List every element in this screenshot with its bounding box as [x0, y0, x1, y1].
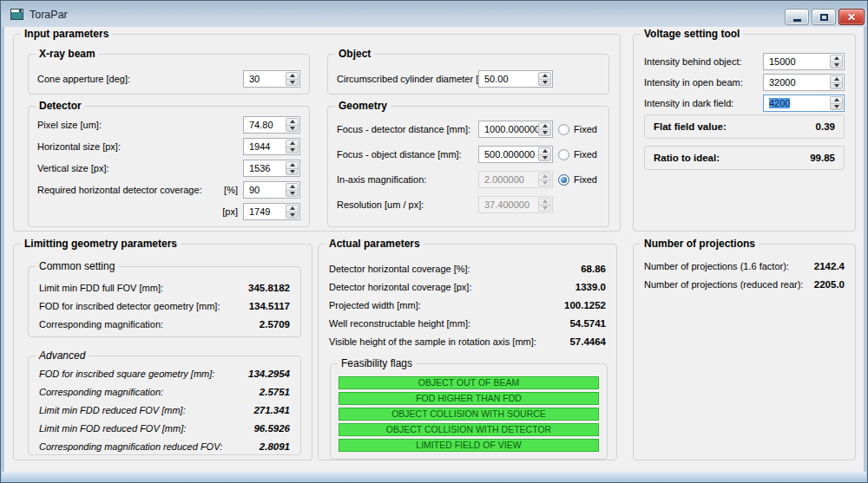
vertical-size-label: Vertical size [px]:	[37, 163, 243, 173]
spin-up-icon[interactable]	[286, 206, 298, 212]
intensity-open-beam-label: Intensity in open beam:	[644, 77, 763, 88]
projections-reduced-value: 2205.0	[814, 279, 845, 290]
resolution-input[interactable]: 37.400000	[478, 196, 553, 213]
fixed-radio-label: Fixed	[574, 124, 597, 134]
window-title: ToraPar	[30, 9, 68, 21]
spin-up-icon[interactable]	[539, 173, 550, 180]
px-unit-label: [px]	[222, 206, 238, 217]
spin-down-icon[interactable]	[286, 212, 298, 219]
spin-up-icon[interactable]	[831, 97, 842, 104]
value-row: Number of projections (1.6 factor): 2142…	[634, 257, 855, 275]
window-bottom-border	[2, 472, 866, 481]
close-button[interactable]: ✕	[838, 9, 865, 25]
fdd-fixed-radio[interactable]	[558, 124, 569, 135]
fod-input[interactable]: 500.000000	[478, 146, 553, 163]
spin-down-icon[interactable]	[286, 169, 298, 175]
spin-down-icon[interactable]	[831, 83, 842, 89]
spin-down-icon[interactable]	[286, 191, 298, 197]
fdd-input[interactable]: 1000.000000	[478, 121, 553, 138]
spin-up-icon[interactable]	[539, 148, 550, 155]
group-title: Common setting	[36, 260, 118, 273]
group-input-parameters: Input parameters X-ray beam Cone appertu…	[13, 34, 621, 232]
maximize-button[interactable]	[812, 9, 836, 25]
selected-text[interactable]: 4200	[769, 98, 790, 108]
spin-down-icon[interactable]	[539, 80, 550, 86]
spin-down-icon[interactable]	[831, 104, 842, 110]
spin-up-icon[interactable]	[286, 73, 298, 80]
group-title: Object	[335, 48, 374, 61]
cylinder-diameter-input[interactable]: 50.00	[478, 70, 553, 88]
group-actual-parameters: Actual parameters Detector horizontal co…	[318, 244, 617, 460]
group-object: Object Circumscribed cylinder diameter […	[327, 54, 609, 95]
limit-fdd-full-fov-value: 345.8182	[248, 283, 290, 293]
coverage-pct-value: 68.86	[581, 264, 606, 274]
percent-unit-label: [%]	[224, 185, 238, 195]
group-title: X-ray beam	[36, 48, 99, 61]
projected-width-value: 100.1252	[564, 300, 606, 310]
fixed-radio-label: Fixed	[574, 149, 597, 160]
spin-down-icon[interactable]	[539, 180, 550, 186]
spin-up-icon[interactable]	[286, 184, 298, 191]
required-coverage-pct-input[interactable]: 90	[243, 181, 300, 199]
fod-inscribed-detector-label: FOD for inscribed detector geometry [mm]…	[39, 301, 220, 311]
ratio-to-ideal-value: 99.85	[810, 153, 835, 163]
spin-up-icon[interactable]	[286, 119, 298, 126]
minimize-button[interactable]	[785, 9, 809, 25]
magnification-label: In-axis magnification:	[337, 174, 478, 185]
close-icon: ✕	[839, 11, 864, 23]
field-row: Horizontal size [px]: 1944	[29, 138, 309, 155]
cone-aperture-input[interactable]: 30	[243, 70, 300, 88]
spin-down-icon[interactable]	[286, 80, 298, 86]
fixed-radio-label: Fixed	[574, 174, 597, 185]
group-title: Detector	[36, 100, 85, 113]
spin-down-icon[interactable]	[539, 130, 550, 136]
pixel-size-input[interactable]: 74.80	[243, 116, 300, 134]
intensity-open-beam-input[interactable]: 32000	[763, 74, 845, 91]
limit-fdd-reduced-fov-label: Limit min FDD reduced FOV [mm]:	[39, 405, 186, 415]
vertical-size-input[interactable]: 1536	[243, 160, 300, 177]
value-row: FOD for inscribed square geometry [mm]: …	[29, 364, 300, 382]
titlebar[interactable]: ToraPar ✕	[2, 2, 866, 27]
value-row: Corresponding magnification: 2.5709	[29, 315, 300, 333]
corresponding-magnification-reduced-value: 2.8091	[260, 441, 290, 452]
horizontal-size-label: Horizontal size [px]:	[37, 141, 243, 152]
flat-field-panel: Flat field value: 0.39	[644, 114, 845, 139]
spin-down-icon[interactable]	[286, 126, 298, 132]
field-row: Required horizontal detector coverage: […	[29, 181, 309, 199]
intensity-behind-object-input[interactable]: 15000	[763, 53, 845, 70]
resolution-label: Resolution [um / px]:	[337, 199, 478, 210]
magnification-input[interactable]: 2.000000	[478, 171, 553, 188]
spin-up-icon[interactable]	[539, 123, 550, 130]
group-common-setting: Common setting Limit min FDD full FOV [m…	[28, 266, 301, 337]
feasibility-flag: FOD HIGHER THAN FDD	[339, 392, 599, 405]
magnification-fixed-radio[interactable]	[558, 174, 569, 186]
corresponding-magnification2-label: Corresponding magnification:	[39, 387, 163, 397]
spin-up-icon[interactable]	[539, 73, 550, 80]
value-row: Limit min FOD reduced FOV [mm]: 96.5926	[29, 419, 300, 437]
spin-down-icon[interactable]	[539, 155, 550, 161]
fod-fixed-radio[interactable]	[558, 149, 569, 160]
spin-up-icon[interactable]	[831, 55, 842, 62]
value-row: Corresponding magnification: 2.5751	[29, 382, 300, 401]
group-title: Advanced	[36, 349, 89, 362]
spin-down-icon[interactable]	[286, 147, 298, 153]
spin-up-icon[interactable]	[286, 140, 298, 147]
spin-up-icon[interactable]	[831, 76, 842, 83]
spin-up-icon[interactable]	[539, 199, 550, 206]
visible-height-label: Visible height of the sample in rotation…	[329, 336, 536, 347]
value-row: Limit min FDD reduced FOV [mm]: 271.341	[29, 401, 300, 419]
horizontal-size-input[interactable]: 1944	[243, 138, 300, 155]
spin-down-icon[interactable]	[831, 62, 842, 69]
group-title: Feasibility flags	[338, 357, 416, 370]
field-row: Focus - object distance [mm]: 500.000000…	[328, 146, 608, 163]
group-title: Input parameters	[21, 28, 112, 41]
intensity-dark-field-input[interactable]: 4200	[763, 95, 845, 112]
feasibility-flag: LIMITED FIELD OF VIEW	[339, 439, 599, 452]
spin-up-icon[interactable]	[286, 162, 298, 169]
required-coverage-px-input[interactable]: 1749	[243, 203, 300, 220]
field-row: Intensity in dark field: 4200	[634, 95, 855, 112]
fdd-label: Focus - detector distance [mm]:	[337, 124, 478, 134]
spin-down-icon[interactable]	[539, 206, 550, 212]
reconstructable-height-value: 54.5741	[569, 318, 606, 329]
value-row: Limit min FDD full FOV [mm]: 345.8182	[29, 278, 300, 297]
